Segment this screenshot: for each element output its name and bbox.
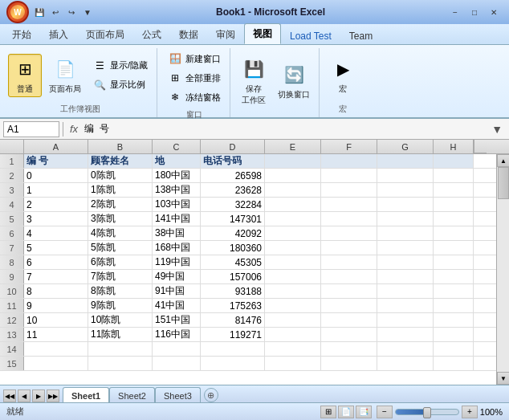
cell[interactable] xyxy=(377,284,434,298)
cell[interactable] xyxy=(201,357,265,370)
tab-data[interactable]: 数据 xyxy=(170,24,207,44)
zoom-plus-button[interactable]: + xyxy=(462,406,478,418)
cell[interactable]: 2 xyxy=(24,198,88,211)
cell[interactable] xyxy=(434,154,474,168)
cell[interactable]: 8 xyxy=(24,284,88,298)
cell[interactable] xyxy=(201,342,265,356)
minimize-button[interactable]: − xyxy=(446,6,464,18)
sheet-last-button[interactable]: ▶▶ xyxy=(47,389,59,402)
zoom-bar[interactable] xyxy=(395,409,459,415)
cell[interactable]: 电话号码 xyxy=(201,154,265,168)
cell[interactable]: 11 xyxy=(24,328,88,341)
normal-view-status-btn[interactable]: ⊞ xyxy=(320,406,336,418)
cell[interactable] xyxy=(377,241,434,255)
cell[interactable]: 3 xyxy=(24,212,88,226)
cell[interactable]: 141中国 xyxy=(153,212,201,226)
add-sheet-button[interactable]: ⊕ xyxy=(204,388,218,402)
freeze-panes-button[interactable]: ❄ 冻结窗格 xyxy=(164,88,225,106)
cell[interactable] xyxy=(434,169,474,182)
pagebreak-view-status-btn[interactable]: 📑 xyxy=(356,406,372,418)
formula-expand-button[interactable]: ▼ xyxy=(488,123,506,136)
tab-review[interactable]: 审阅 xyxy=(207,24,244,44)
vertical-scrollbar[interactable]: ▲ ▼ xyxy=(496,154,509,385)
tab-start[interactable]: 开始 xyxy=(3,24,40,44)
pagelayout-view-status-btn[interactable]: 📄 xyxy=(338,406,354,418)
cell[interactable] xyxy=(265,241,321,255)
office-button[interactable]: W xyxy=(6,1,29,23)
cell[interactable]: 119271 xyxy=(201,328,265,341)
cell[interactable] xyxy=(321,313,377,327)
cell[interactable] xyxy=(265,313,321,327)
cell[interactable] xyxy=(24,342,88,356)
cell[interactable]: 119中国 xyxy=(153,255,201,269)
cell[interactable]: 地 xyxy=(153,154,201,168)
cell[interactable] xyxy=(434,299,474,312)
cell[interactable] xyxy=(265,198,321,211)
cell[interactable]: 103中国 xyxy=(153,198,201,211)
cell[interactable] xyxy=(321,284,377,298)
tab-view[interactable]: 视图 xyxy=(244,23,281,44)
cell[interactable]: 175263 xyxy=(201,299,265,312)
cell[interactable]: 49中国 xyxy=(153,270,201,283)
arrange-all-button[interactable]: ⊞ 全部重排 xyxy=(164,69,225,87)
sheet-prev-button[interactable]: ◀ xyxy=(18,389,31,402)
save-qa-btn[interactable]: 💾 xyxy=(32,5,47,19)
undo-qa-btn[interactable]: ↩ xyxy=(48,5,63,19)
cell[interactable] xyxy=(377,255,434,269)
scroll-down-button[interactable]: ▼ xyxy=(497,372,509,385)
cell[interactable] xyxy=(265,255,321,269)
cell[interactable]: 93188 xyxy=(201,284,265,298)
sheet-next-button[interactable]: ▶ xyxy=(32,389,45,402)
cell[interactable] xyxy=(434,183,474,197)
cell[interactable]: 1 xyxy=(24,183,88,197)
cell[interactable]: 9 xyxy=(24,299,88,312)
cell[interactable] xyxy=(265,342,321,356)
cell[interactable]: 38中国 xyxy=(153,226,201,240)
cell[interactable] xyxy=(321,255,377,269)
cell[interactable]: 180中国 xyxy=(153,169,201,182)
scroll-thumb[interactable] xyxy=(498,167,509,199)
cell[interactable]: 3陈凯 xyxy=(88,212,153,226)
cell[interactable]: 138中国 xyxy=(153,183,201,197)
cell[interactable]: 32284 xyxy=(201,198,265,211)
cell[interactable]: 180360 xyxy=(201,241,265,255)
cell[interactable] xyxy=(265,212,321,226)
cell[interactable] xyxy=(377,212,434,226)
tab-team[interactable]: Team xyxy=(340,27,381,44)
dropdown-qa-btn[interactable]: ▼ xyxy=(80,5,95,19)
cell[interactable]: 10陈凯 xyxy=(88,313,153,327)
cell[interactable] xyxy=(377,198,434,211)
cell[interactable] xyxy=(265,284,321,298)
cell[interactable]: 6 xyxy=(24,255,88,269)
close-button[interactable]: ✕ xyxy=(485,6,503,18)
cell[interactable]: 0陈凯 xyxy=(88,169,153,182)
cell[interactable] xyxy=(434,198,474,211)
cell[interactable]: 81476 xyxy=(201,313,265,327)
cell[interactable] xyxy=(88,342,153,356)
cell[interactable] xyxy=(321,154,377,168)
zoom-scale-button[interactable]: 🔍 显示比例 xyxy=(88,76,152,94)
cell[interactable] xyxy=(377,299,434,312)
cell[interactable] xyxy=(434,342,474,356)
sheet-first-button[interactable]: ◀◀ xyxy=(3,389,16,402)
cell[interactable] xyxy=(153,357,201,370)
cell[interactable]: 26598 xyxy=(201,169,265,182)
cell[interactable]: 0 xyxy=(24,169,88,182)
cell[interactable]: 147301 xyxy=(201,212,265,226)
cell[interactable]: 7陈凯 xyxy=(88,270,153,283)
cell[interactable] xyxy=(377,154,434,168)
cell[interactable] xyxy=(321,226,377,240)
cell[interactable] xyxy=(434,270,474,283)
cell[interactable] xyxy=(265,169,321,182)
cell[interactable] xyxy=(434,212,474,226)
cell[interactable] xyxy=(377,183,434,197)
cell[interactable] xyxy=(321,198,377,211)
tab-formula[interactable]: 公式 xyxy=(133,24,170,44)
tab-loadtest[interactable]: Load Test xyxy=(281,27,340,44)
cell[interactable]: 168中国 xyxy=(153,241,201,255)
cell[interactable] xyxy=(321,357,377,370)
pagelayout-view-button[interactable]: 📄 页面布局 xyxy=(45,54,85,97)
cell[interactable] xyxy=(24,357,88,370)
cell[interactable]: 5陈凯 xyxy=(88,241,153,255)
cell[interactable]: 8陈凯 xyxy=(88,284,153,298)
